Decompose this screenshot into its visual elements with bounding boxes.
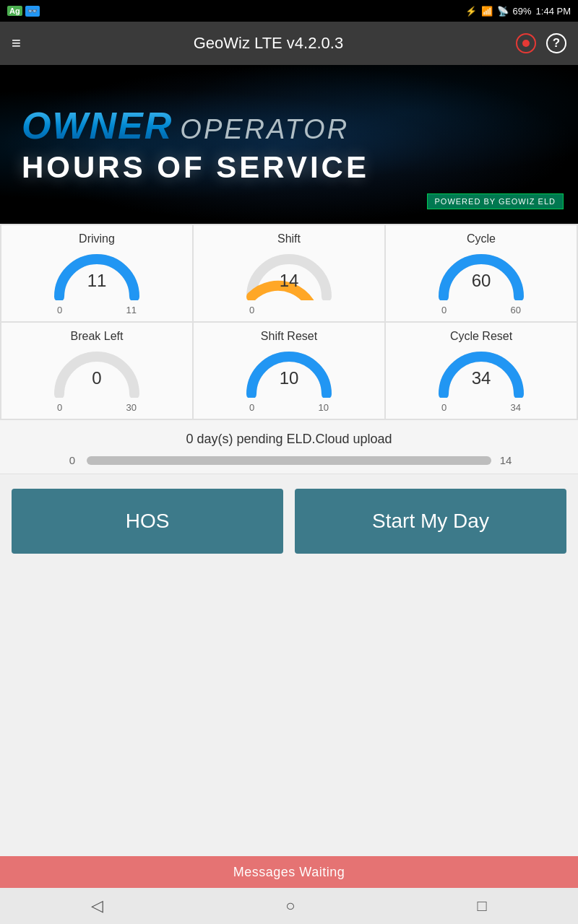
gauge-container-5: 34 — [438, 347, 525, 398]
gauge-label-4: Shift Reset — [261, 330, 317, 343]
banner-owner: OWNER — [22, 104, 173, 147]
gauge-max-3: 30 — [126, 402, 137, 413]
progress-container: 0 14 — [14, 454, 564, 466]
gauge-min-3: 0 — [57, 402, 62, 413]
gauge-min-0: 0 — [57, 305, 62, 315]
gauge-min-2: 0 — [441, 305, 447, 315]
battery-level: 69% — [513, 6, 532, 17]
app-title: GeoWiz LTE v4.2.0.3 — [194, 34, 343, 53]
banner-powered: POWERED BY GEOWIZ ELD — [427, 193, 564, 209]
gauge-value-4: 10 — [280, 368, 299, 388]
gauge-container-2: 60 — [438, 250, 525, 300]
gauge-range-1: 0 — [249, 305, 329, 315]
ag-icon: Ag — [7, 6, 22, 16]
progress-max: 14 — [499, 454, 513, 466]
nav-bar: ◁ ○ □ — [0, 888, 578, 924]
progress-bar-bg — [87, 456, 491, 465]
gauges-grid: Driving11011Shift140Cycle60060Break Left… — [0, 224, 578, 420]
gauge-min-4: 0 — [249, 402, 254, 413]
gauge-range-3: 030 — [57, 402, 137, 413]
gauge-value-0: 11 — [87, 271, 107, 291]
gauge-range-5: 034 — [441, 402, 521, 413]
status-right: ⚡ 📶 📡 69% 1:44 PM — [465, 6, 571, 17]
progress-min: 0 — [65, 454, 79, 466]
record-button[interactable] — [516, 33, 536, 53]
gauge-label-2: Cycle — [467, 232, 496, 245]
help-button[interactable]: ? — [546, 33, 566, 53]
gauge-range-0: 011 — [57, 305, 137, 315]
gauge-min-1: 0 — [249, 305, 254, 315]
gauge-container-3: 0 — [53, 347, 140, 398]
gauge-label-1: Shift — [277, 232, 301, 245]
recents-button[interactable]: □ — [478, 897, 487, 915]
gauge-range-4: 010 — [249, 402, 329, 413]
banner-hos: HOURS OF SERVICE — [22, 150, 369, 185]
record-dot — [522, 40, 530, 47]
gauge-label-5: Cycle Reset — [450, 330, 512, 343]
gauge-cell-cycle-reset: Cycle Reset34034 — [385, 322, 577, 419]
banner-content: OWNER OPERATOR HOURS OF SERVICE POWERED … — [0, 65, 578, 224]
gauge-cell-driving: Driving11011 — [1, 225, 193, 322]
hos-button[interactable]: HOS — [12, 489, 283, 554]
upload-section: 0 day(s) pending ELD.Cloud upload 0 14 — [0, 420, 578, 474]
status-bar: Ag 👓 ⚡ 📶 📡 69% 1:44 PM — [0, 0, 578, 22]
action-buttons: HOS Start My Day — [0, 474, 578, 568]
gauge-max-2: 60 — [511, 305, 521, 315]
gauge-container-4: 10 — [246, 347, 332, 398]
status-left: Ag 👓 — [7, 6, 40, 17]
gauge-value-2: 60 — [472, 271, 491, 291]
banner-operator: OPERATOR — [180, 114, 349, 145]
upload-text: 0 day(s) pending ELD.Cloud upload — [14, 432, 564, 447]
gauge-range-2: 060 — [441, 305, 521, 315]
home-button[interactable]: ○ — [285, 897, 295, 915]
gauge-value-1: 14 — [280, 271, 299, 291]
wifi-icon: 📶 — [481, 6, 493, 17]
menu-button[interactable]: ≡ — [12, 34, 21, 53]
gauge-value-5: 34 — [472, 368, 491, 388]
messages-label: Messages Waiting — [233, 865, 345, 880]
time: 1:44 PM — [536, 6, 571, 17]
gauge-max-0: 11 — [126, 305, 137, 315]
top-bar: ≡ GeoWiz LTE v4.2.0.3 ? — [0, 22, 578, 65]
gauge-max-5: 34 — [511, 402, 521, 413]
banner-owner-op: OWNER OPERATOR — [22, 104, 349, 147]
signal-icon: 📡 — [497, 6, 509, 17]
gauge-max-4: 10 — [319, 402, 329, 413]
start-my-day-button[interactable]: Start My Day — [295, 489, 566, 554]
gauge-label-3: Break Left — [71, 330, 124, 343]
gauge-container-0: 11 — [53, 250, 140, 300]
gauge-container-1: 14 — [246, 250, 332, 300]
gauge-cell-break-left: Break Left0030 — [1, 322, 193, 419]
gauge-value-3: 0 — [92, 368, 101, 388]
content-area — [0, 568, 578, 734]
gauge-min-5: 0 — [441, 402, 447, 413]
gauge-label-0: Driving — [79, 232, 115, 245]
back-button[interactable]: ◁ — [91, 897, 103, 915]
top-icons: ? — [516, 33, 566, 53]
gauge-cell-shift: Shift140 — [193, 225, 385, 322]
gauge-cell-shift-reset: Shift Reset10010 — [193, 322, 385, 419]
gauge-cell-cycle: Cycle60060 — [385, 225, 577, 322]
glasses-icon: 👓 — [25, 6, 40, 17]
banner: OWNER OPERATOR HOURS OF SERVICE POWERED … — [0, 65, 578, 224]
bluetooth-icon: ⚡ — [465, 6, 477, 17]
messages-bar[interactable]: Messages Waiting — [0, 856, 578, 888]
